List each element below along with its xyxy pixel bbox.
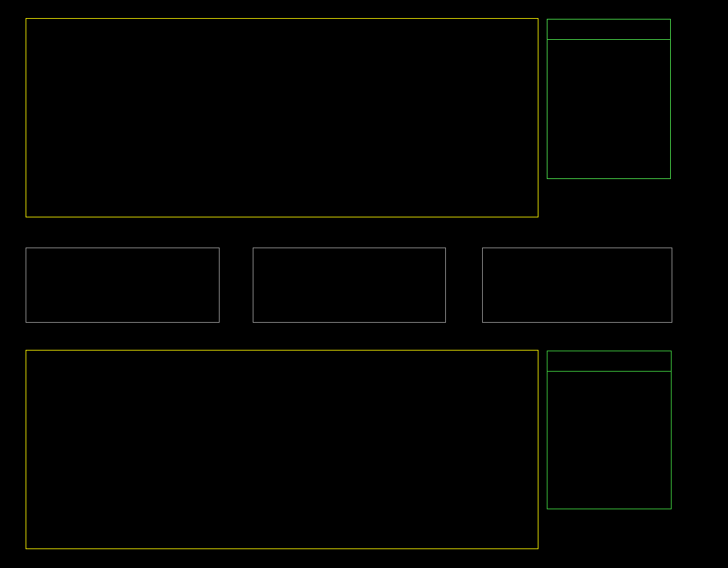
x-axis-bottom	[26, 551, 544, 563]
autoscala-output-table	[547, 19, 671, 179]
panel-original-canvas	[26, 248, 219, 322]
x-axis-top	[26, 219, 544, 231]
panel-original-ionogram	[26, 248, 220, 323]
ionogram-canvas-top	[26, 19, 538, 217]
ionogram-plot-bottom	[26, 350, 538, 549]
aip-table-header	[548, 351, 671, 372]
ionogram-plot-top	[26, 18, 538, 217]
panel-evidence-f2	[482, 248, 672, 323]
autoscala-app-window: { "title": "Rome (lat: +41.8, lon: 012.5…	[0, 0, 728, 568]
panel-eliminate-canvas	[253, 248, 445, 322]
panel-evidence-canvas	[483, 248, 672, 322]
autoscala-table-header	[548, 20, 670, 40]
ionogram-canvas-bottom	[26, 351, 538, 548]
panel-eliminate-reflections	[253, 248, 446, 323]
aip-output-box	[547, 351, 672, 509]
